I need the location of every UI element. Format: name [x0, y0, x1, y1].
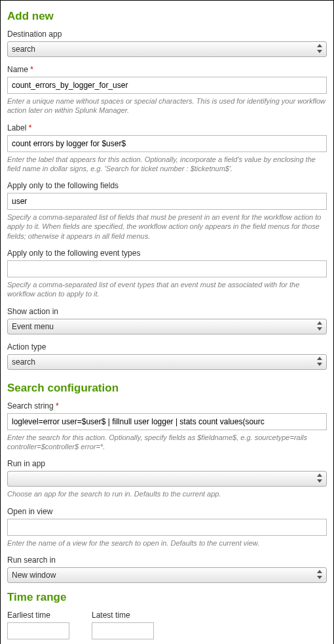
earliest-time-label: Earliest time: [7, 611, 69, 620]
apply-event-types-help: Specify a comma-separated list of event …: [7, 280, 327, 299]
time-range-title: Time range: [7, 591, 327, 604]
field-show-action-in: Show action in Event menu: [7, 307, 327, 334]
open-in-view-input[interactable]: [7, 519, 327, 536]
destination-app-label: Destination app: [7, 30, 327, 39]
run-in-app-select[interactable]: [7, 471, 327, 487]
field-label: Label * Enter the label that appears for…: [7, 123, 327, 174]
search-config-title: Search configuration: [7, 382, 327, 395]
action-type-select[interactable]: search: [7, 354, 327, 370]
field-open-in-view: Open in view Enter the name of a view fo…: [7, 507, 327, 548]
latest-time-col: Latest time: [92, 611, 154, 639]
field-destination-app: Destination app search: [7, 30, 327, 57]
time-range-row: Earliest time Latest time: [7, 611, 327, 639]
show-action-in-label: Show action in: [7, 307, 327, 316]
earliest-time-col: Earliest time: [7, 611, 69, 639]
apply-event-types-input[interactable]: [7, 260, 327, 277]
show-action-in-select[interactable]: Event menu: [7, 319, 327, 334]
required-marker: *: [56, 401, 59, 411]
open-in-view-label: Open in view: [7, 507, 327, 516]
destination-app-select[interactable]: search: [7, 41, 327, 57]
field-run-search-in: Run search in New window: [7, 555, 327, 583]
name-label: Name *: [7, 65, 327, 74]
run-search-in-label: Run search in: [7, 555, 327, 565]
field-name: Name * Enter a unique name without space…: [7, 65, 327, 115]
search-string-help: Enter the search for this action. Option…: [7, 433, 327, 452]
name-help: Enter a unique name without spaces or sp…: [7, 96, 327, 115]
search-string-label: Search string *: [7, 401, 327, 411]
destination-app-value: search: [12, 45, 35, 54]
latest-time-input[interactable]: [92, 622, 154, 639]
run-in-app-help: Choose an app for the search to run in. …: [7, 489, 327, 498]
apply-fields-label: Apply only to the following fields: [7, 181, 327, 190]
form-container: Add new Destination app search Name * En…: [0, 0, 334, 644]
run-search-in-select[interactable]: New window: [7, 567, 327, 583]
action-type-label: Action type: [7, 342, 327, 352]
run-in-app-label: Run in app: [7, 459, 327, 468]
open-in-view-help: Enter the name of a view for the search …: [7, 538, 327, 548]
name-input[interactable]: [7, 77, 327, 94]
latest-time-label: Latest time: [92, 611, 154, 620]
apply-event-types-label: Apply only to the following event types: [7, 249, 327, 258]
earliest-time-input[interactable]: [7, 622, 69, 639]
run-search-in-value: New window: [12, 571, 56, 580]
field-search-string: Search string * Enter the search for thi…: [7, 401, 327, 452]
field-run-in-app: Run in app Choose an app for the search …: [7, 459, 327, 498]
apply-fields-help: Specify a comma-separated list of fields…: [7, 212, 327, 241]
required-marker: *: [30, 65, 33, 74]
apply-fields-input[interactable]: [7, 193, 327, 210]
action-type-value: search: [12, 357, 35, 367]
field-apply-fields: Apply only to the following fields Speci…: [7, 181, 327, 241]
required-marker: *: [29, 123, 32, 132]
page-title: Add new: [7, 10, 327, 23]
label-help: Enter the label that appears for this ac…: [7, 155, 327, 174]
search-string-input[interactable]: [7, 413, 327, 430]
label-input[interactable]: [7, 135, 327, 152]
show-action-in-value: Event menu: [12, 322, 54, 331]
field-apply-event-types: Apply only to the following event types …: [7, 249, 327, 299]
label-label: Label *: [7, 123, 327, 132]
field-action-type: Action type search: [7, 342, 327, 370]
